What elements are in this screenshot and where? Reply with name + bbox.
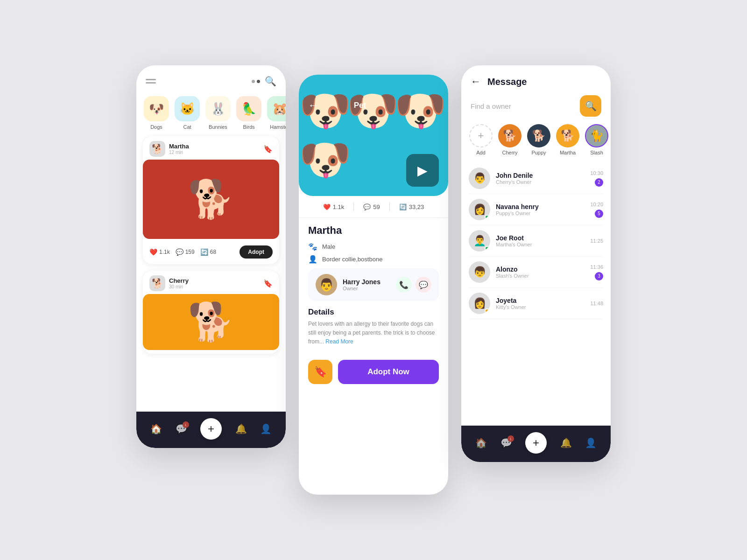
card-cherry-user: 🐕 Cherry 30 min xyxy=(149,275,189,291)
category-hamster[interactable]: 🐹 Hamster xyxy=(267,96,286,130)
card-martha-time: 12 min xyxy=(169,150,189,155)
notifications-nav-icon-msg[interactable]: 🔔 xyxy=(560,437,572,448)
message-time-joe: 11:25 xyxy=(590,238,603,244)
message-item-joyeta[interactable]: 👩 Joyeta Kitty's Owner 11:48 xyxy=(469,288,603,319)
messages-badge: 1 xyxy=(183,421,189,428)
messages-title: Message xyxy=(487,77,527,87)
message-item-navana[interactable]: 👩 Navana henry Puppy's Owner 10:20 5 xyxy=(469,194,603,225)
contact-martha-label: Martha xyxy=(560,150,576,155)
add-nav-button-msg[interactable]: + xyxy=(525,432,547,454)
home-nav-icon[interactable]: 🏠 xyxy=(150,423,162,434)
phone-pet-detail: ← Pet ← 🐶🐶🐶🐶 ▶ ❤️ 1.1k 💬 59 🔄 xyxy=(299,75,448,495)
comments-stat: 💬 159 xyxy=(176,248,195,256)
message-item-joe[interactable]: 👨‍🦱 Joe Root Martha's Owner 11:25 xyxy=(469,225,603,257)
card-martha-footer: ❤️ 1.1k 💬 159 🔄 68 Adopt xyxy=(143,243,279,264)
contact-slash[interactable]: 🐈 Slash xyxy=(585,124,609,155)
card-martha-name: Martha xyxy=(169,143,189,150)
category-dogs[interactable]: 🐶 Dogs xyxy=(144,96,169,130)
pet-gender: Male xyxy=(322,243,335,250)
details-title: Details xyxy=(308,308,439,317)
message-name-joyeta: Joyeta xyxy=(496,297,585,304)
add-contact-icon: + xyxy=(469,124,493,147)
menu-icon[interactable] xyxy=(146,79,156,84)
add-contact-label: Add xyxy=(476,150,486,155)
post-card-cherry: 🐕 Cherry 30 min 🔖 🐕 xyxy=(143,271,279,354)
contacts-list: + Add 🐕 Cherry 🐕 Puppy 🐕 Martha 🐈 Slash … xyxy=(461,124,611,163)
messages-nav-icon[interactable]: 💬 1 xyxy=(176,423,187,434)
pet-shares-stat: 🔄 33,23 xyxy=(399,203,424,210)
adopt-button[interactable]: Adopt xyxy=(240,245,273,259)
message-content-joe: Joe Root Martha's Owner xyxy=(496,234,585,247)
message-sub-navana: Puppy's Owner xyxy=(496,210,585,216)
card-cherry-name: Cherry xyxy=(169,277,189,284)
message-list: 👨 John Denile Cherry's Owner 10:30 2 👩 xyxy=(461,163,611,319)
messages-header: ← Message xyxy=(461,65,611,95)
back-button[interactable]: ← xyxy=(308,99,318,112)
profile-nav-icon[interactable]: 👤 xyxy=(260,423,272,434)
message-sub-joe: Martha's Owner xyxy=(496,242,585,247)
avatar-joe: 👨‍🦱 xyxy=(469,230,490,252)
card-martha-user: 🐕 Martha 12 min xyxy=(149,141,189,157)
message-meta-john: 10:30 2 xyxy=(590,170,603,187)
contact-cherry[interactable]: 🐕 Cherry xyxy=(498,124,522,155)
message-item-alonzo[interactable]: 👦 Alonzo Slash's Owner 11:36 3 xyxy=(469,257,603,288)
read-more-link[interactable]: Read More xyxy=(325,338,353,345)
category-bunnies[interactable]: 🐰 Bunnies xyxy=(205,96,231,130)
search-icon[interactable]: 🔍 xyxy=(265,76,276,87)
message-time-joyeta: 11:48 xyxy=(590,301,603,306)
category-dogs-icon: 🐶 xyxy=(144,96,169,121)
messages-nav-icon-msg[interactable]: 💬 1 xyxy=(500,437,512,448)
messages-back-button[interactable]: ← xyxy=(471,76,481,88)
search-button[interactable]: 🔍 xyxy=(580,95,601,117)
contact-cherry-avatar: 🐕 xyxy=(498,124,521,147)
card-cherry-header: 🐕 Cherry 30 min 🔖 xyxy=(143,271,279,294)
search-bar: Find a owner 🔍 xyxy=(471,95,601,117)
likes-stat: ❤️ 1.1k xyxy=(149,248,170,256)
notifications-nav-icon[interactable]: 🔔 xyxy=(235,423,247,434)
message-name-navana: Navana henry xyxy=(496,203,585,210)
online-dot-joyeta xyxy=(485,308,489,313)
video-thumb[interactable]: ▶ xyxy=(406,154,439,187)
contact-puppy[interactable]: 🐕 Puppy xyxy=(527,124,551,155)
bookmark-icon-cherry[interactable]: 🔖 xyxy=(263,279,273,288)
bottom-nav-home: 🏠 💬 1 + 🔔 👤 xyxy=(136,412,286,448)
category-hamster-icon: 🐹 xyxy=(267,96,286,121)
message-name-john: John Denile xyxy=(496,172,585,179)
add-contact-button[interactable]: + Add xyxy=(469,124,493,155)
screens-container: 🔍 🐶 Dogs 🐱 Cat 🐰 Bunnies 🦜 Birds 🐹 xyxy=(136,65,611,495)
message-content-john: John Denile Cherry's Owner xyxy=(496,172,585,185)
stat-divider-1 xyxy=(353,203,354,211)
category-bunnies-icon: 🐰 xyxy=(205,96,231,121)
online-dot-joe xyxy=(485,246,489,251)
message-content-joyeta: Joyeta Kitty's Owner xyxy=(496,297,585,310)
avatar-joyeta: 👩 xyxy=(469,293,490,314)
message-meta-joe: 11:25 xyxy=(590,238,603,244)
contact-cherry-label: Cherry xyxy=(502,150,517,155)
bookmark-icon-martha[interactable]: 🔖 xyxy=(263,145,273,154)
home-nav-icon-msg[interactable]: 🏠 xyxy=(475,437,487,448)
pet-hero-image: ← Pet ← 🐶🐶🐶🐶 ▶ xyxy=(299,75,448,196)
profile-nav-icon-msg[interactable]: 👤 xyxy=(585,437,597,448)
card-cherry-time: 30 min xyxy=(169,284,189,289)
adopt-now-button[interactable]: Adopt Now xyxy=(338,360,439,384)
message-time-navana: 10:20 xyxy=(590,202,603,207)
home-header: 🔍 xyxy=(136,65,286,91)
message-name-alonzo: Alonzo xyxy=(496,266,585,273)
contact-martha[interactable]: 🐕 Martha xyxy=(556,124,580,155)
owner-name: Harry Jones xyxy=(343,278,381,286)
messages-badge-msg: 1 xyxy=(507,435,514,442)
message-meta-alonzo: 11:36 3 xyxy=(590,264,603,280)
category-birds-icon: 🦜 xyxy=(236,96,261,121)
message-button[interactable]: 💬 xyxy=(416,277,431,293)
category-birds[interactable]: 🦜 Birds xyxy=(236,96,261,130)
category-cat[interactable]: 🐱 Cat xyxy=(175,96,200,130)
category-birds-label: Birds xyxy=(243,124,254,130)
add-nav-button[interactable]: + xyxy=(200,418,222,440)
message-sub-joyeta: Kitty's Owner xyxy=(496,304,585,310)
call-button[interactable]: 📞 xyxy=(396,277,412,293)
message-item-john[interactable]: 👨 John Denile Cherry's Owner 10:30 2 xyxy=(469,163,603,194)
phone-home: 🔍 🐶 Dogs 🐱 Cat 🐰 Bunnies 🦜 Birds 🐹 xyxy=(136,65,286,448)
shares-stat: 🔄 68 xyxy=(200,248,216,256)
message-time-john: 10:30 xyxy=(590,170,603,176)
save-button[interactable]: 🔖 xyxy=(308,360,332,384)
